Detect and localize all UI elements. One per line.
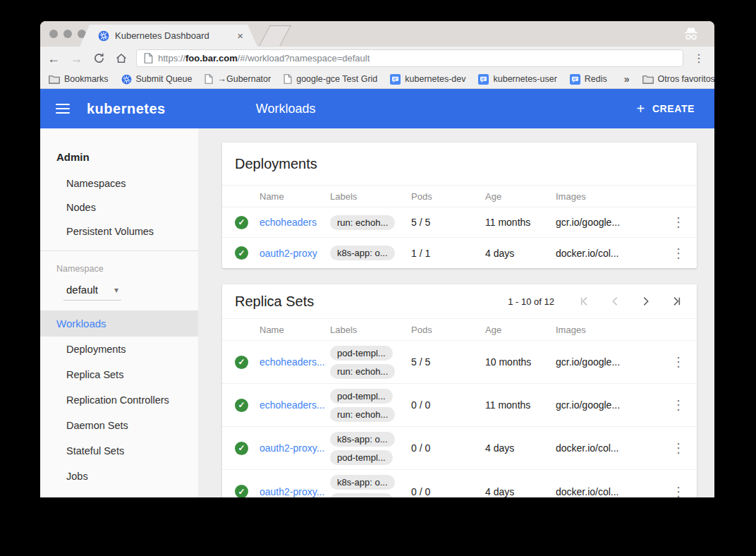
browser-toolbar: ← → https://foo.bar.com/#/workload?names… [40, 47, 714, 70]
bookmark-item[interactable]: Redis [570, 74, 607, 85]
resource-name-link[interactable]: echoheaders... [260, 399, 330, 411]
bookmark-item[interactable]: google-gce Test Grid [284, 74, 377, 84]
pods-cell: 5 / 5 [411, 356, 485, 368]
chat-icon [478, 74, 489, 85]
col-header-images: Images [556, 325, 664, 335]
col-header-pods: Pods [411, 325, 485, 335]
resource-name-link[interactable]: oauth2-proxy... [260, 442, 330, 454]
row-menu-icon[interactable]: ⋮ [664, 214, 693, 230]
sidebar-item[interactable]: Pods [40, 489, 198, 497]
plus-icon: + [637, 101, 645, 117]
label-chip: k8s-app: o... [330, 246, 395, 260]
browser-window: Kubernetes Dashboard × ← → [40, 21, 714, 497]
other-bookmarks-label: Otros favoritos [658, 74, 714, 84]
resource-name-link[interactable]: oauth2-proxy [260, 248, 330, 259]
replica-sets-table-header: Name Labels Pods Age Images [222, 318, 697, 341]
row-menu-icon[interactable]: ⋮ [664, 440, 693, 456]
resource-name-link[interactable]: echoheaders [260, 217, 330, 228]
browser-tab[interactable]: Kubernetes Dashboard × [80, 25, 257, 47]
bookmarks-bar: BookmarksSubmit Queue→Gubernatorgoogle-g… [40, 70, 714, 89]
url-text: https://foo.bar.com/#/workload?namespace… [158, 53, 370, 64]
kubernetes-favicon-icon [98, 30, 109, 42]
sidebar-item[interactable]: Replica Sets [40, 362, 198, 387]
next-page-icon[interactable] [639, 294, 653, 308]
menu-hamburger-icon[interactable] [56, 104, 70, 114]
replica-sets-card-header: Replica Sets 1 - 10 of 12 [222, 284, 697, 318]
sidebar-item[interactable]: Deployments [40, 337, 198, 362]
table-row: ✓ echoheaders... pod-templ...run: echoh.… [222, 341, 697, 384]
browser-menu-icon[interactable]: ⋮ [690, 52, 707, 65]
bookmark-item[interactable]: Submit Queue [121, 74, 193, 85]
forward-button[interactable]: → [68, 51, 84, 66]
first-page-icon[interactable] [577, 294, 591, 308]
age-cell: 11 months [485, 399, 556, 411]
other-bookmarks-folder[interactable]: Otros favoritos [642, 74, 714, 84]
age-cell: 10 months [485, 356, 556, 368]
status-ok-icon: ✓ [235, 356, 248, 369]
status-ok-icon: ✓ [235, 442, 248, 455]
bookmark-item[interactable]: kubernetes-user [478, 74, 556, 85]
deployments-card-header: Deployments [222, 143, 697, 185]
sidebar-item[interactable]: Persistent Volumes [40, 219, 198, 243]
bookmarks-overflow-icon[interactable]: » [624, 73, 630, 85]
bookmark-item[interactable]: kubernetes-dev [390, 74, 465, 85]
table-row: ✓ oauth2-proxy... k8s-app: o...pod-templ… [222, 427, 697, 470]
row-menu-icon[interactable]: ⋮ [664, 246, 693, 261]
tab-close-icon[interactable]: × [237, 30, 243, 42]
row-menu-icon[interactable]: ⋮ [664, 397, 693, 413]
col-header-labels: Labels [330, 325, 411, 335]
traffic-lights[interactable] [49, 30, 86, 38]
label-chip: k8s-app: o... [330, 432, 395, 447]
bookmark-item[interactable]: Bookmarks [49, 74, 109, 84]
row-menu-icon[interactable]: ⋮ [664, 484, 693, 498]
app-header: kubernetes Workloads + CREATE [40, 89, 714, 128]
sidebar-item[interactable]: Nodes [40, 195, 198, 219]
col-header-name: Name [260, 325, 330, 335]
images-cell: gcr.io/google... [556, 356, 664, 368]
minimize-window-button[interactable] [63, 30, 72, 38]
images-cell: docker.io/col... [556, 248, 664, 259]
row-menu-icon[interactable]: ⋮ [664, 354, 693, 370]
age-cell: 4 days [485, 486, 556, 497]
label-chip: run: echoh... [330, 364, 395, 379]
back-button[interactable]: ← [46, 51, 61, 66]
previous-page-icon[interactable] [608, 294, 622, 308]
resource-name-link[interactable]: echoheaders... [260, 356, 330, 368]
card-title: Deployments [235, 156, 317, 172]
replica-sets-table-body: ✓ echoheaders... pod-templ...run: echoh.… [222, 341, 697, 497]
new-tab-button[interactable] [259, 25, 291, 46]
url-bar[interactable]: https://foo.bar.com/#/workload?namespace… [136, 49, 683, 67]
col-header-age: Age [485, 325, 556, 335]
create-button[interactable]: + CREATE [637, 101, 695, 117]
bookmark-label: Redis [585, 74, 607, 84]
sidebar-item[interactable]: Daemon Sets [40, 413, 198, 438]
images-cell: docker.io/col... [556, 486, 664, 497]
sidebar-item[interactable]: Stateful Sets [40, 438, 198, 464]
chevron-down-icon: ▾ [114, 285, 118, 295]
create-button-label: CREATE [652, 103, 695, 114]
page-title: Workloads [256, 102, 316, 116]
sidebar-header-admin: Admin [40, 143, 198, 171]
folder-icon [642, 75, 654, 84]
sidebar-item[interactable]: Namespaces [40, 171, 198, 195]
pods-cell: 0 / 0 [411, 486, 485, 497]
namespace-select[interactable]: default ▾ [63, 281, 121, 301]
bookmark-item[interactable]: →Gubernator [205, 74, 271, 84]
tab-title: Kubernetes Dashboard [115, 30, 231, 41]
resource-name-link[interactable]: oauth2-proxy... [260, 486, 330, 497]
home-button[interactable] [114, 51, 129, 66]
sidebar-item[interactable]: Jobs [40, 464, 198, 489]
reload-button[interactable] [91, 51, 106, 66]
table-row: ✓ echoheaders run: echoh... 5 / 5 11 mon… [222, 207, 697, 238]
label-chip: pod-templ... [330, 493, 393, 497]
label-chip: pod-templ... [330, 389, 393, 404]
sidebar-item[interactable]: Workloads [40, 310, 198, 337]
bookmark-list: BookmarksSubmit Queue→Gubernatorgoogle-g… [49, 74, 607, 85]
table-row: ✓ echoheaders... pod-templ...run: echoh.… [222, 384, 697, 427]
col-header-name: Name [260, 191, 330, 202]
bookmark-label: Submit Queue [136, 74, 193, 84]
last-page-icon[interactable] [670, 294, 684, 308]
pods-cell: 1 / 1 [411, 248, 485, 259]
close-window-button[interactable] [49, 30, 58, 38]
sidebar-item[interactable]: Replication Controllers [40, 387, 198, 413]
